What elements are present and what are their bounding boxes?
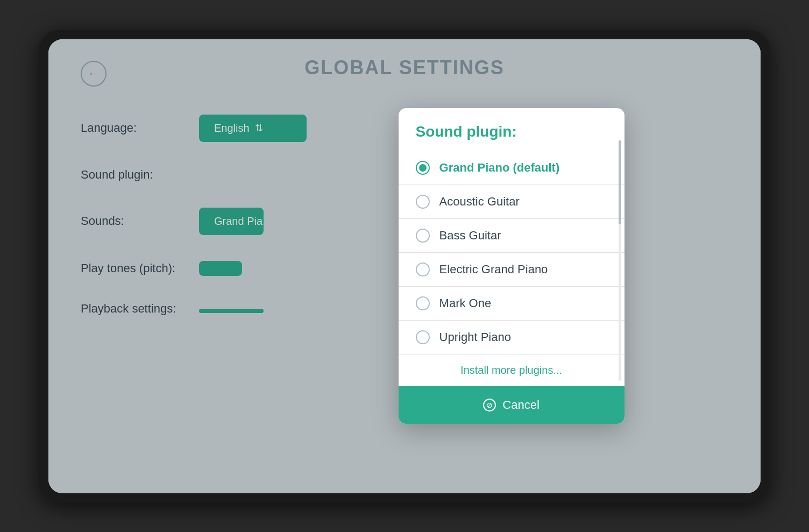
option-mark-one-label: Mark One xyxy=(439,296,492,310)
option-mark-one[interactable]: Mark One xyxy=(399,286,625,320)
option-bass-guitar-label: Bass Guitar xyxy=(439,229,501,243)
cancel-label: Cancel xyxy=(502,398,539,412)
option-upright-piano-label: Upright Piano xyxy=(439,330,511,344)
dialog-title: Sound plugin: xyxy=(399,108,625,151)
tablet-screen: ← GLOBAL SETTINGS Language: English ⇅ So… xyxy=(48,39,761,493)
dialog-options-list: Grand Piano (default) Acoustic Guitar Ba… xyxy=(399,151,625,354)
option-acoustic-guitar[interactable]: Acoustic Guitar xyxy=(399,185,625,218)
radio-mark-one xyxy=(416,296,430,310)
option-electric-grand-piano[interactable]: Electric Grand Piano xyxy=(399,252,625,286)
install-more-link[interactable]: Install more plugins... xyxy=(399,354,625,386)
option-grand-piano-label: Grand Piano (default) xyxy=(439,161,560,175)
option-electric-grand-piano-label: Electric Grand Piano xyxy=(439,263,548,276)
cancel-button[interactable]: ⊘ Cancel xyxy=(399,386,625,424)
radio-bass-guitar xyxy=(416,229,430,243)
radio-upright-piano xyxy=(416,330,430,344)
sound-plugin-dialog: Sound plugin: Grand Piano (default) Acou… xyxy=(399,108,625,424)
cancel-icon: ⊘ xyxy=(483,399,496,412)
modal-overlay: Sound plugin: Grand Piano (default) Acou… xyxy=(48,39,761,493)
tablet-frame: ← GLOBAL SETTINGS Language: English ⇅ So… xyxy=(39,30,770,503)
option-bass-guitar[interactable]: Bass Guitar xyxy=(399,218,625,252)
option-acoustic-guitar-label: Acoustic Guitar xyxy=(439,195,520,209)
option-upright-piano[interactable]: Upright Piano xyxy=(399,320,625,354)
radio-grand-piano xyxy=(416,161,430,175)
scrollbar-thumb[interactable] xyxy=(619,140,621,224)
radio-electric-grand-piano xyxy=(416,263,430,276)
option-grand-piano[interactable]: Grand Piano (default) xyxy=(399,151,625,185)
radio-acoustic-guitar xyxy=(416,195,430,209)
scrollbar-track xyxy=(619,140,621,381)
